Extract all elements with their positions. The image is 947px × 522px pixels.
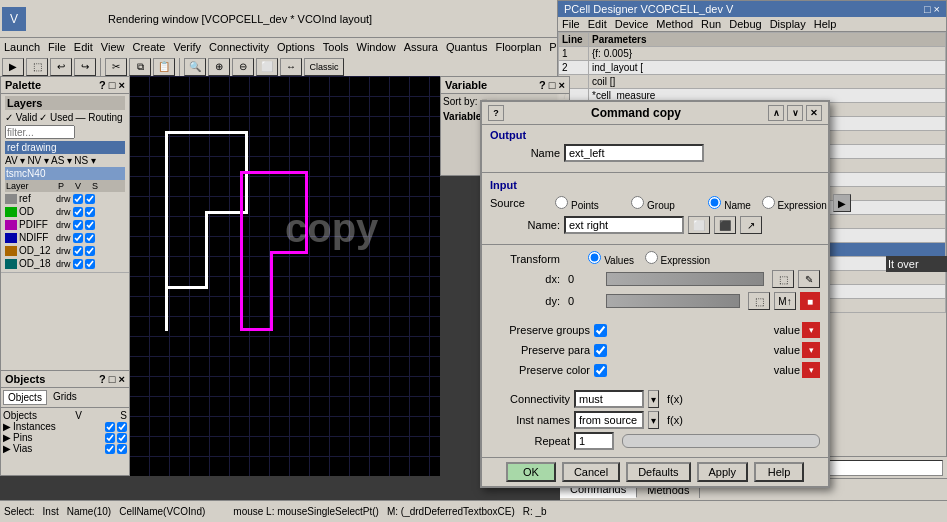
dx-edit-btn[interactable]: ✎ bbox=[798, 270, 820, 288]
preserve-para-check[interactable] bbox=[594, 344, 607, 357]
name-field-btn2[interactable]: ⬛ bbox=[714, 216, 736, 234]
layer-visible-od18[interactable] bbox=[73, 259, 83, 269]
source-points[interactable] bbox=[555, 196, 568, 209]
layer-visible-od12[interactable] bbox=[73, 246, 83, 256]
pcell-menu-device[interactable]: Device bbox=[615, 18, 649, 30]
toolbar-btn-2[interactable]: ⬚ bbox=[26, 58, 48, 76]
toolbar-btn-5[interactable]: ✂ bbox=[105, 58, 127, 76]
dialog-minimize-btn[interactable]: ∧ bbox=[768, 105, 784, 121]
table-row[interactable]: 1{f: 0.005} bbox=[559, 47, 946, 61]
menu-assura[interactable]: Assura bbox=[404, 41, 438, 53]
dy-red-btn[interactable]: ■ bbox=[800, 292, 820, 310]
ref-drawing-row[interactable]: ref drawing bbox=[5, 141, 125, 154]
pcell-menu-run[interactable]: Run bbox=[701, 18, 721, 30]
instances-visible[interactable] bbox=[105, 422, 115, 432]
search-input[interactable] bbox=[823, 460, 943, 476]
defaults-button[interactable]: Defaults bbox=[626, 462, 690, 482]
ok-button[interactable]: OK bbox=[506, 462, 556, 482]
toolbar-btn-11[interactable]: ⬜ bbox=[256, 58, 278, 76]
name-field-btn1[interactable]: ⬜ bbox=[688, 216, 710, 234]
preserve-para-dropdown[interactable]: ▾ bbox=[802, 342, 820, 358]
pcell-menu-debug[interactable]: Debug bbox=[729, 18, 761, 30]
layer-sel-ndiff[interactable] bbox=[85, 233, 95, 243]
pcell-menu-help[interactable]: Help bbox=[814, 18, 837, 30]
dy-slider[interactable] bbox=[606, 294, 740, 308]
preserve-groups-check[interactable] bbox=[594, 324, 607, 337]
toolbar-btn-9[interactable]: ⊕ bbox=[208, 58, 230, 76]
dialog-close-btn[interactable]: ✕ bbox=[806, 105, 822, 121]
layer-sel-pdiff[interactable] bbox=[85, 220, 95, 230]
toolbar-btn-1[interactable]: ▶ bbox=[2, 58, 24, 76]
menu-options[interactable]: Options bbox=[277, 41, 315, 53]
instances-sel[interactable] bbox=[117, 422, 127, 432]
pins-visible[interactable] bbox=[105, 433, 115, 443]
menu-window[interactable]: Window bbox=[357, 41, 396, 53]
help-button[interactable]: Help bbox=[754, 462, 804, 482]
preserve-color-check[interactable] bbox=[594, 364, 607, 377]
toolbar-btn-10[interactable]: ⊖ bbox=[232, 58, 254, 76]
dialog-maximize-btn[interactable]: ∨ bbox=[787, 105, 803, 121]
dy-calc-btn[interactable]: ⬚ bbox=[748, 292, 770, 310]
apply-button[interactable]: Apply bbox=[697, 462, 749, 482]
vias-sel[interactable] bbox=[117, 444, 127, 454]
dx-slider[interactable] bbox=[606, 272, 764, 286]
tab-grids[interactable]: Grids bbox=[49, 390, 81, 405]
menu-floorplan[interactable]: Floorplan bbox=[496, 41, 542, 53]
layer-visible-ndiff[interactable] bbox=[73, 233, 83, 243]
menu-launch[interactable]: Launch bbox=[4, 41, 40, 53]
layer-sel-od18[interactable] bbox=[85, 259, 95, 269]
layer-sel-ref[interactable] bbox=[85, 194, 95, 204]
repeat-slider[interactable] bbox=[622, 434, 820, 448]
toolbar-btn-8[interactable]: 🔍 bbox=[184, 58, 206, 76]
menu-verify[interactable]: Verify bbox=[173, 41, 201, 53]
menu-file[interactable]: File bbox=[48, 41, 66, 53]
filter-input[interactable] bbox=[5, 125, 75, 139]
layout-canvas[interactable]: copy bbox=[130, 76, 440, 476]
menu-edit[interactable]: Edit bbox=[74, 41, 93, 53]
dialog-question-btn[interactable]: ? bbox=[488, 105, 504, 121]
menu-tools[interactable]: Tools bbox=[323, 41, 349, 53]
table-row[interactable]: 2ind_layout [ bbox=[559, 61, 946, 75]
pcell-menu-method[interactable]: Method bbox=[656, 18, 693, 30]
name-input[interactable]: ext_left bbox=[564, 144, 704, 162]
inst-names-dropdown[interactable]: ▾ bbox=[648, 411, 659, 429]
preserve-color-dropdown[interactable]: ▾ bbox=[802, 362, 820, 378]
menu-quantus[interactable]: Quantus bbox=[446, 41, 488, 53]
toolbar-btn-classic[interactable]: Classic bbox=[304, 58, 344, 76]
name-field-btn3[interactable]: ↗ bbox=[740, 216, 762, 234]
vias-visible[interactable] bbox=[105, 444, 115, 454]
layer-sel-od[interactable] bbox=[85, 207, 95, 217]
source-group[interactable] bbox=[631, 196, 644, 209]
layer-visible-od[interactable] bbox=[73, 207, 83, 217]
menu-connectivity[interactable]: Connectivity bbox=[209, 41, 269, 53]
menu-create[interactable]: Create bbox=[132, 41, 165, 53]
transform-expression[interactable] bbox=[645, 251, 658, 264]
toolbar-btn-4[interactable]: ↪ bbox=[74, 58, 96, 76]
connectivity-input[interactable] bbox=[574, 390, 644, 408]
pcell-menu-edit[interactable]: Edit bbox=[588, 18, 607, 30]
connectivity-dropdown[interactable]: ▾ bbox=[648, 390, 659, 408]
layer-visible-pdiff[interactable] bbox=[73, 220, 83, 230]
source-action-btn[interactable]: ▶ bbox=[833, 194, 851, 212]
dx-calc-btn[interactable]: ⬚ bbox=[772, 270, 794, 288]
pins-sel[interactable] bbox=[117, 433, 127, 443]
pcell-menu-display[interactable]: Display bbox=[770, 18, 806, 30]
toolbar-btn-12[interactable]: ↔ bbox=[280, 58, 302, 76]
cancel-button[interactable]: Cancel bbox=[562, 462, 620, 482]
layer-visible-ref[interactable] bbox=[73, 194, 83, 204]
table-row[interactable]: 6coil [] bbox=[559, 75, 946, 89]
source-name[interactable] bbox=[708, 196, 721, 209]
preserve-groups-dropdown[interactable]: ▾ bbox=[802, 322, 820, 338]
layer-sel-od12[interactable] bbox=[85, 246, 95, 256]
dy-edit-btn[interactable]: M↑ bbox=[774, 292, 796, 310]
source-expression[interactable] bbox=[762, 196, 775, 209]
tab-objects[interactable]: Objects bbox=[3, 390, 47, 405]
name-field-input[interactable] bbox=[564, 216, 684, 234]
inst-names-input[interactable] bbox=[574, 411, 644, 429]
toolbar-btn-6[interactable]: ⧉ bbox=[129, 58, 151, 76]
toolbar-btn-7[interactable]: 📋 bbox=[153, 58, 175, 76]
repeat-input[interactable] bbox=[574, 432, 614, 450]
menu-view[interactable]: View bbox=[101, 41, 125, 53]
pcell-menu-file[interactable]: File bbox=[562, 18, 580, 30]
toolbar-btn-3[interactable]: ↩ bbox=[50, 58, 72, 76]
